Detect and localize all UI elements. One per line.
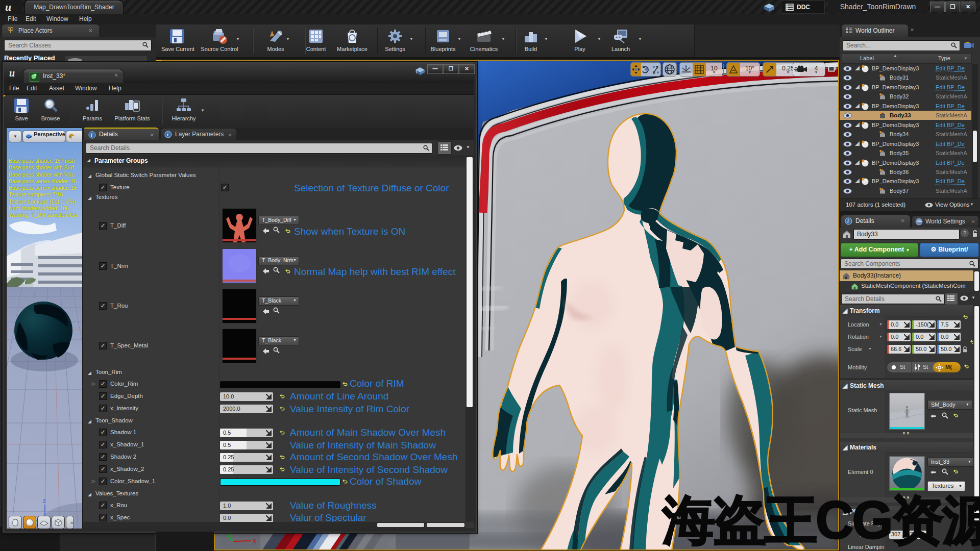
svg-text:u: u <box>5 1 11 13</box>
svg-text:i: i <box>167 132 168 137</box>
svg-text:Z: Z <box>43 498 46 504</box>
svg-text:i: i <box>847 218 849 224</box>
svg-text:»: » <box>70 520 74 525</box>
svg-text:u: u <box>9 67 15 79</box>
svg-text:i: i <box>91 132 92 138</box>
svg-text:X: X <box>253 538 257 544</box>
svg-text:?: ? <box>231 544 233 549</box>
